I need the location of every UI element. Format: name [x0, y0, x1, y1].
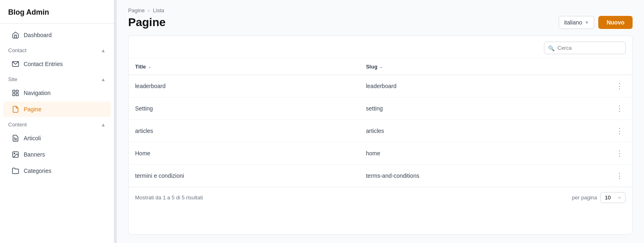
nuovo-button[interactable]: Nuovo — [598, 16, 633, 29]
col-slug: Slug ⌄ — [360, 59, 607, 75]
search-wrap: 🔍 — [544, 42, 626, 54]
content-section-label: Content — [8, 122, 27, 128]
sidebar-item-navigation[interactable]: Navigation — [3, 85, 111, 101]
table-row: Setting setting ⋮ — [129, 97, 632, 120]
sidebar-item-categories[interactable]: Categories — [3, 163, 111, 179]
table-body: leaderboard leaderboard ⋮ Setting settin… — [129, 75, 632, 187]
lang-chevron-icon: ▼ — [585, 20, 589, 25]
showing-label: Mostrati da 1 a 5 di 5 risultati — [135, 194, 203, 201]
title-sort-icon: ⌄ — [148, 64, 151, 69]
search-input[interactable] — [544, 42, 626, 54]
page-title: Pagine — [128, 16, 166, 29]
navigation-label: Navigation — [24, 90, 51, 96]
sidebar: Blog Admin Dashboard Contact ▲ Contact E… — [0, 0, 114, 243]
table-footer: Mostrati da 1 a 5 di 5 risultati per pag… — [129, 187, 632, 208]
cell-title: Home — [129, 142, 360, 165]
table-row: leaderboard leaderboard ⋮ — [129, 75, 632, 97]
svg-rect-2 — [16, 90, 18, 92]
cell-actions: ⋮ — [607, 120, 632, 142]
sidebar-item-banners[interactable]: Banners — [3, 147, 111, 162]
cell-actions: ⋮ — [607, 97, 632, 120]
row-actions-button[interactable]: ⋮ — [613, 81, 626, 91]
content-chevron-icon: ▲ — [101, 122, 106, 128]
page-title-row: Pagine italiano ▼ Nuovo — [117, 16, 644, 35]
col-title: Title ⌄ — [129, 59, 360, 75]
pages-table: Title ⌄ Slug ⌄ leaderboard leader — [129, 59, 632, 187]
row-actions-button[interactable]: ⋮ — [613, 103, 626, 114]
cell-slug: articles — [360, 120, 607, 142]
top-actions: italiano ▼ Nuovo — [559, 16, 633, 29]
categories-label: Categories — [24, 168, 51, 174]
pagine-label: Pagine — [24, 106, 42, 113]
grid-icon — [11, 89, 20, 97]
slug-col-label: Slug — [366, 64, 378, 70]
slug-sort[interactable]: Slug ⌄ — [366, 64, 383, 70]
dashboard-label: Dashboard — [24, 32, 52, 38]
table-row: termini e condizioni terms-and-condition… — [129, 165, 632, 187]
table-container: 🔍 Title ⌄ Slug ⌄ — [128, 35, 633, 235]
slug-sort-icon: ⌄ — [379, 64, 383, 69]
title-sort[interactable]: Title ⌄ — [135, 64, 151, 70]
col-actions — [607, 59, 632, 75]
sidebar-item-dashboard[interactable]: Dashboard — [3, 27, 111, 43]
sidebar-logo: Blog Admin — [0, 0, 114, 23]
breadcrumb-separator: › — [148, 7, 149, 13]
svg-point-9 — [14, 153, 15, 154]
cell-actions: ⋮ — [607, 142, 632, 165]
breadcrumb-root[interactable]: Pagine — [128, 7, 144, 13]
svg-rect-1 — [13, 90, 15, 92]
row-actions-button[interactable]: ⋮ — [613, 148, 626, 159]
cell-slug: leaderboard — [360, 75, 607, 97]
contact-entries-label: Contact Entries — [24, 61, 63, 67]
articoli-label: Articoli — [24, 135, 41, 141]
row-actions-button[interactable]: ⋮ — [613, 126, 626, 136]
mail-icon — [11, 60, 20, 68]
image-icon — [11, 150, 20, 159]
cell-slug: home — [360, 142, 607, 165]
table-row: articles articles ⋮ — [129, 120, 632, 142]
breadcrumb-current: Lista — [153, 7, 164, 13]
row-actions-button[interactable]: ⋮ — [613, 170, 626, 181]
contact-section-label: Contact — [8, 47, 27, 53]
svg-rect-3 — [16, 94, 18, 96]
cell-title: termini e condizioni — [129, 165, 360, 187]
cell-title: Setting — [129, 97, 360, 120]
per-pagina-wrap: per pagina 102550100 — [572, 192, 626, 203]
site-section-label: Site — [8, 76, 17, 82]
table-header-row: Title ⌄ Slug ⌄ — [129, 59, 632, 75]
file-icon — [11, 105, 20, 113]
home-icon — [11, 31, 20, 39]
search-bar-row: 🔍 — [129, 36, 632, 59]
cell-actions: ⋮ — [607, 75, 632, 97]
contact-section-header[interactable]: Contact ▲ — [0, 43, 114, 56]
cell-title: articles — [129, 120, 360, 142]
folder-icon — [11, 167, 20, 175]
sidebar-item-pagine[interactable]: Pagine — [3, 102, 111, 117]
language-select[interactable]: italiano ▼ — [559, 16, 594, 29]
sidebar-divider — [0, 23, 114, 24]
content-section-header[interactable]: Content ▲ — [0, 117, 114, 130]
doc-icon — [11, 134, 20, 142]
sidebar-item-contact-entries[interactable]: Contact Entries — [3, 56, 111, 72]
banners-label: Banners — [24, 151, 45, 158]
main-content: Pagine › Lista Pagine italiano ▼ Nuovo 🔍 — [117, 0, 644, 243]
lang-label: italiano — [564, 19, 582, 26]
cell-slug: terms-and-conditions — [360, 165, 607, 187]
site-section-header[interactable]: Site ▲ — [0, 72, 114, 85]
table-row: Home home ⋮ — [129, 142, 632, 165]
contact-chevron-icon: ▲ — [101, 48, 106, 53]
title-col-label: Title — [135, 64, 146, 70]
breadcrumb: Pagine › Lista — [128, 7, 633, 13]
per-pagina-select[interactable]: 102550100 — [600, 192, 626, 203]
search-icon: 🔍 — [548, 45, 555, 51]
site-chevron-icon: ▲ — [101, 77, 106, 82]
cell-actions: ⋮ — [607, 165, 632, 187]
sidebar-item-articoli[interactable]: Articoli — [3, 130, 111, 146]
svg-rect-4 — [13, 94, 15, 96]
cell-title: leaderboard — [129, 75, 360, 97]
cell-slug: setting — [360, 97, 607, 120]
per-pagina-label: per pagina — [572, 194, 597, 201]
